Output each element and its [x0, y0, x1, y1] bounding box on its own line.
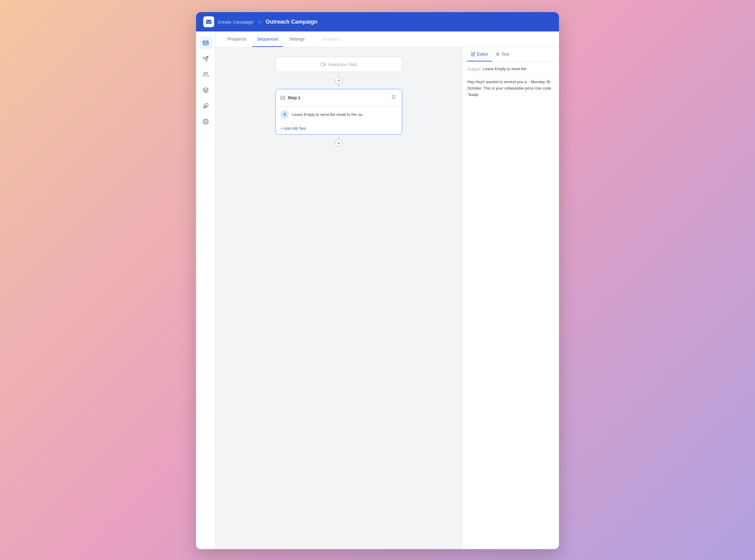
breadcrumb-separator: >: [258, 19, 261, 24]
connector-bottom: +: [335, 135, 342, 147]
editor-panel: Editor Test: [462, 47, 559, 549]
svg-marker-8: [324, 63, 325, 66]
page-title: Outreach Campaign: [266, 19, 317, 25]
svg-rect-0: [206, 20, 211, 24]
editor-tab-editor[interactable]: Editor: [467, 47, 492, 61]
variant-avatar: A: [280, 110, 289, 119]
step-header-left: Step 1: [280, 95, 300, 100]
breadcrumb-text: Create Campaign: [218, 19, 253, 24]
tab-bar: Prospects Sequences Settings Analytics: [216, 32, 559, 47]
svg-point-4: [204, 72, 206, 75]
sidebar-item-send[interactable]: [199, 52, 212, 65]
variant-text: Leave Empty to send the email to the sa.…: [292, 112, 365, 117]
variant-a-row[interactable]: A Leave Empty to send the email to the s…: [276, 106, 402, 122]
svg-point-16: [497, 55, 498, 55]
delete-step-button[interactable]: [390, 94, 397, 102]
sidebar-item-layers[interactable]: [199, 83, 212, 97]
step-card-1: Step 1: [275, 89, 402, 135]
content-split: Sequence Start +: [216, 47, 559, 549]
editor-tab-test[interactable]: Test: [492, 47, 513, 61]
svg-point-15: [497, 54, 497, 54]
add-step-button-bottom[interactable]: +: [335, 139, 342, 147]
app-window: Create Campaign > Outreach Campaign: [196, 12, 559, 549]
connector-line-mid: [339, 84, 339, 89]
svg-point-14: [498, 53, 499, 53]
app-logo: [203, 16, 214, 27]
sidebar: [196, 32, 216, 549]
add-step-button-top[interactable]: +: [335, 77, 342, 84]
editor-content: Subject Leave Empty to send the Hey Hey!…: [463, 62, 559, 549]
tab-divider: [313, 36, 313, 43]
content-area: Prospects Sequences Settings Analytics: [216, 32, 559, 549]
tab-analytics[interactable]: Analytics: [317, 32, 344, 47]
tab-settings[interactable]: Settings: [284, 32, 309, 47]
connector-line-bottom-top: [339, 135, 339, 139]
svg-rect-10: [281, 96, 285, 100]
step-header: Step 1: [276, 89, 402, 106]
subject-label: Subject: [467, 66, 480, 72]
add-ab-test-button[interactable]: + Add A/B Test: [276, 122, 402, 134]
connector-line-top: [339, 72, 339, 77]
sidebar-item-puzzle[interactable]: [199, 99, 212, 113]
sequence-start-node: Sequence Start: [275, 57, 402, 72]
subject-value: Leave Empty to send the: [483, 66, 526, 71]
svg-rect-9: [321, 63, 324, 66]
sidebar-item-inbox[interactable]: [199, 36, 212, 49]
tab-prospects[interactable]: Prospects: [223, 32, 251, 47]
connector-top: +: [335, 72, 342, 89]
header: Create Campaign > Outreach Campaign: [196, 12, 559, 32]
sequence-canvas: Sequence Start +: [216, 47, 462, 549]
tab-sequences[interactable]: Sequences: [252, 32, 283, 47]
svg-point-7: [205, 121, 206, 122]
editor-tab-bar: Editor Test: [463, 47, 559, 62]
email-body-text: Hey Hey!I wanted to remind you a... Mond…: [467, 79, 554, 98]
main-layout: Prospects Sequences Settings Analytics: [196, 32, 559, 549]
sidebar-item-settings[interactable]: [199, 115, 212, 128]
subject-row: Subject Leave Empty to send the: [467, 66, 554, 75]
sidebar-item-contacts[interactable]: [199, 68, 212, 81]
